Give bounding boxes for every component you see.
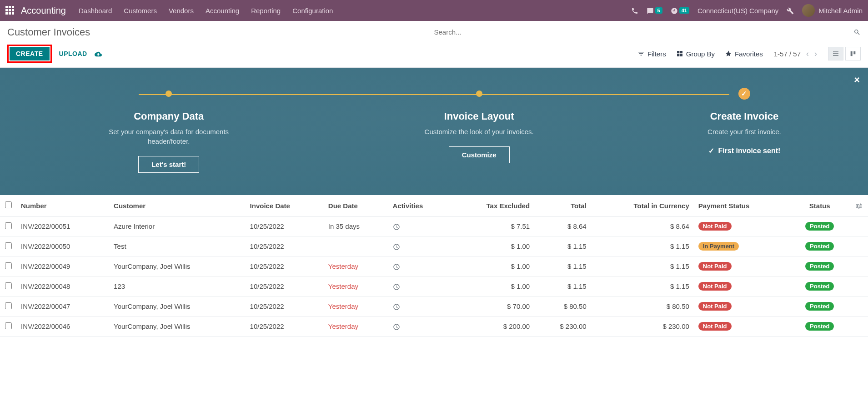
cell-payment-status: Not Paid: [694, 216, 790, 236]
kanban-view-button[interactable]: [845, 47, 861, 60]
col-activities[interactable]: Activities: [388, 195, 451, 216]
row-spacer: [850, 236, 868, 256]
cell-total: $ 1.15: [534, 276, 591, 296]
cell-total-currency: $ 1.15: [591, 236, 694, 256]
payment-status-badge: Not Paid: [698, 282, 732, 291]
activity-clock-icon[interactable]: [393, 262, 400, 270]
col-number[interactable]: Number: [16, 195, 109, 216]
col-payment-status[interactable]: Payment Status: [694, 195, 790, 216]
cell-tax-excluded: $ 1.00: [451, 256, 534, 276]
step-title: Invoice Layout: [425, 111, 534, 122]
col-due-date[interactable]: Due Date: [324, 195, 388, 216]
groupby-button[interactable]: Group By: [676, 50, 715, 58]
nav-customers[interactable]: Customers: [124, 7, 157, 15]
row-checkbox[interactable]: [5, 322, 12, 329]
row-checkbox[interactable]: [5, 262, 12, 269]
cell-customer: 123: [109, 276, 245, 296]
cell-customer: Test: [109, 236, 245, 256]
create-button[interactable]: CREATE: [10, 47, 50, 60]
row-checkbox[interactable]: [5, 222, 12, 229]
col-status[interactable]: Status: [789, 195, 850, 216]
activity-clock-icon[interactable]: [393, 302, 400, 310]
row-spacer: [850, 296, 868, 317]
cell-total: $ 1.15: [534, 256, 591, 276]
phone-icon[interactable]: [631, 6, 638, 14]
activity-clock-icon[interactable]: [393, 222, 400, 230]
pager-text[interactable]: 1-57 / 57: [774, 50, 801, 58]
step-create-invoice: Create Invoice Create your first invoice…: [707, 90, 781, 173]
row-checkbox[interactable]: [5, 282, 12, 289]
nav-accounting[interactable]: Accounting: [206, 7, 239, 15]
pager: 1-57 / 57 ‹ ›: [774, 49, 817, 59]
cell-payment-status: Not Paid: [694, 296, 790, 317]
row-spacer: [850, 276, 868, 296]
cell-due-date: In 35 days: [324, 216, 388, 236]
navbar: Accounting Dashboard Customers Vendors A…: [0, 0, 868, 21]
list-view-button[interactable]: [828, 47, 843, 60]
create-highlight: CREATE: [7, 45, 52, 63]
cell-payment-status: Not Paid: [694, 276, 790, 296]
step-company-data: Company Data Set your company's data for…: [87, 90, 251, 173]
cell-customer: YourCompany, Joel Willis: [109, 296, 245, 317]
cell-activities[interactable]: [388, 236, 451, 256]
row-checkbox[interactable]: [5, 242, 12, 249]
cell-status: Posted: [789, 317, 850, 337]
table-header-row: Number Customer Invoice Date Due Date Ac…: [0, 195, 868, 216]
cell-tax-excluded: $ 1.00: [451, 276, 534, 296]
activity-clock-icon[interactable]: [393, 242, 400, 250]
upload-button[interactable]: UPLOAD: [59, 50, 87, 57]
cell-activities[interactable]: [388, 256, 451, 276]
activity-clock-icon[interactable]: [393, 282, 400, 290]
apps-icon[interactable]: [5, 6, 15, 15]
user-menu[interactable]: Mitchell Admin: [802, 4, 863, 17]
col-tax-excluded[interactable]: Tax Excluded: [451, 195, 534, 216]
filters-button[interactable]: Filters: [637, 50, 666, 58]
app-name[interactable]: Accounting: [21, 5, 66, 16]
chat-icon[interactable]: 5: [647, 6, 662, 14]
cell-activities[interactable]: [388, 276, 451, 296]
pager-next-icon[interactable]: ›: [814, 49, 817, 59]
optional-columns-button[interactable]: [850, 195, 868, 216]
row-select-cell: [0, 317, 16, 337]
col-total-currency[interactable]: Total in Currency: [591, 195, 694, 216]
activity-clock-icon[interactable]: [393, 322, 400, 330]
cell-due-date: [324, 236, 388, 256]
pager-prev-icon[interactable]: ‹: [806, 49, 809, 59]
search-icon[interactable]: [853, 28, 861, 36]
table-row[interactable]: INV/2022/00050Test10/25/2022$ 1.00$ 1.15…: [0, 236, 868, 256]
table-row[interactable]: INV/2022/00046YourCompany, Joel Willis10…: [0, 317, 868, 337]
nav-vendors[interactable]: Vendors: [169, 7, 194, 15]
col-invoice-date[interactable]: Invoice Date: [246, 195, 324, 216]
table-row[interactable]: INV/2022/0004812310/25/2022Yesterday$ 1.…: [0, 276, 868, 296]
table-row[interactable]: INV/2022/00051Azure Interior10/25/2022In…: [0, 216, 868, 236]
cell-activities[interactable]: [388, 296, 451, 317]
cell-activities[interactable]: [388, 317, 451, 337]
col-customer[interactable]: Customer: [109, 195, 245, 216]
cell-total: $ 8.64: [534, 216, 591, 236]
status-badge: Posted: [805, 262, 834, 271]
nav-configuration[interactable]: Configuration: [292, 7, 333, 15]
cell-total-currency: $ 80.50: [591, 296, 694, 317]
row-select-cell: [0, 216, 16, 236]
upload-icon[interactable]: [95, 50, 102, 58]
search-box[interactable]: [434, 26, 861, 38]
row-checkbox[interactable]: [5, 302, 12, 309]
customize-button[interactable]: Customize: [449, 146, 510, 163]
search-input[interactable]: [434, 28, 854, 36]
lets-start-button[interactable]: Let's start!: [138, 156, 199, 173]
close-icon[interactable]: ×: [854, 74, 860, 86]
favorites-button[interactable]: Favorites: [725, 50, 763, 58]
nav-links: Dashboard Customers Vendors Accounting R…: [79, 7, 631, 15]
company-selector[interactable]: Connecticut(US) Company: [697, 7, 778, 15]
col-total[interactable]: Total: [534, 195, 591, 216]
select-all-checkbox[interactable]: [5, 201, 12, 208]
cell-activities[interactable]: [388, 216, 451, 236]
payment-status-badge: Not Paid: [698, 302, 732, 311]
clock-icon[interactable]: 41: [671, 6, 689, 14]
payment-status-badge: Not Paid: [698, 322, 732, 331]
tools-icon[interactable]: [787, 6, 794, 14]
table-row[interactable]: INV/2022/00049YourCompany, Joel Willis10…: [0, 256, 868, 276]
nav-reporting[interactable]: Reporting: [251, 7, 281, 15]
nav-dashboard[interactable]: Dashboard: [79, 7, 112, 15]
table-row[interactable]: INV/2022/00047YourCompany, Joel Willis10…: [0, 296, 868, 317]
